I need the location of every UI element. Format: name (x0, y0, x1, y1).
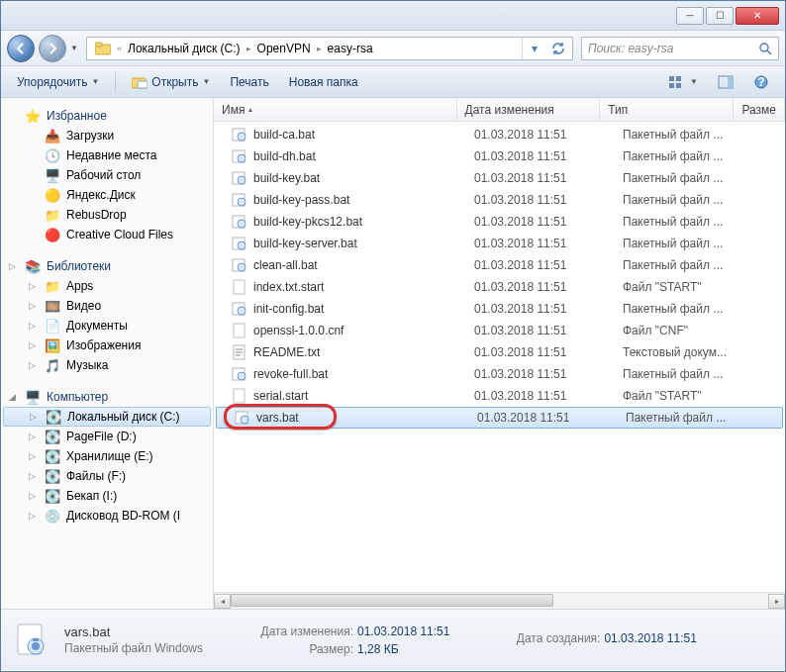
item-icon: 🎞️ (45, 298, 60, 314)
file-list[interactable]: build-ca.bat01.03.2018 11:51Пакетный фай… (214, 122, 785, 592)
file-row[interactable]: openssl-1.0.0.cnf01.03.2018 11:51Файл "C… (214, 320, 785, 341)
column-size[interactable]: Разме (734, 98, 785, 121)
file-icon (232, 344, 247, 360)
drive-icon: 💽 (45, 429, 60, 444)
svg-point-21 (238, 198, 246, 206)
file-icon (232, 236, 247, 251)
svg-point-37 (238, 372, 246, 380)
sidebar-favorite-item[interactable]: 🔴Creative Cloud Files (1, 225, 213, 244)
file-icon (235, 410, 250, 426)
favorites-group[interactable]: ⭐Избранное (1, 106, 213, 126)
computer-group[interactable]: ◢🖥️Компьютер (1, 387, 213, 407)
sidebar-drive-item[interactable]: ▷💽PageFile (D:) (1, 427, 213, 446)
address-bar[interactable]: « Локальный диск (C:) ▸ OpenVPN ▸ easy-r… (86, 37, 573, 60)
file-row[interactable]: index.txt.start01.03.2018 11:51Файл "STA… (214, 276, 785, 298)
breadcrumb-seg-2[interactable]: OpenVPN (251, 38, 317, 59)
organize-button[interactable]: Упорядочить ▼ (9, 69, 107, 95)
file-icon (232, 257, 247, 273)
svg-rect-28 (234, 280, 245, 294)
sidebar-favorite-item[interactable]: 🖥️Рабочий стол (1, 165, 213, 185)
scroll-left-button[interactable]: ◂ (214, 594, 231, 609)
details-pane: vars.bat Пакетный файл Windows Дата изме… (1, 609, 785, 670)
new-folder-button[interactable]: Новая папка (281, 69, 366, 95)
open-icon (132, 75, 147, 89)
navigation-pane[interactable]: ⭐Избранное 📥Загрузки🕓Недавние места🖥️Раб… (1, 98, 214, 609)
file-row[interactable]: build-key-pass.bat01.03.2018 11:51Пакетн… (214, 189, 785, 211)
svg-point-15 (238, 133, 246, 141)
svg-point-25 (238, 241, 246, 249)
file-row[interactable]: build-key.bat01.03.2018 11:51Пакетный фа… (214, 167, 785, 189)
scroll-right-button[interactable]: ▸ (768, 594, 785, 609)
sidebar-library-item[interactable]: ▷📄Документы (1, 316, 213, 336)
sidebar-favorite-item[interactable]: 🟡Яндекс.Диск (1, 185, 213, 205)
print-button[interactable]: Печать (222, 69, 276, 95)
titlebar[interactable]: ─ ☐ ✕ (1, 1, 785, 31)
svg-point-30 (238, 307, 246, 315)
breadcrumb-seg-1[interactable]: Локальный диск (C:) (122, 38, 246, 59)
refresh-button[interactable] (546, 38, 570, 59)
folder-icon (95, 42, 111, 55)
sidebar-drive-item[interactable]: ▷💽Бекап (I:) (1, 486, 213, 506)
drive-icon: 💽 (45, 448, 60, 464)
scroll-thumb[interactable] (231, 594, 553, 607)
sidebar-library-item[interactable]: ▷📁Apps (1, 276, 213, 296)
file-row[interactable]: build-ca.bat01.03.2018 11:51Пакетный фай… (214, 124, 785, 145)
nav-forward-button[interactable] (39, 35, 66, 62)
view-options-button[interactable]: ▼ (660, 69, 706, 95)
file-icon (232, 388, 247, 404)
file-list-pane: Имя▴ Дата изменения Тип Разме build-ca.b… (214, 98, 785, 609)
sidebar-favorite-item[interactable]: 📁RebusDrop (1, 205, 213, 225)
sidebar-drive-item[interactable]: ▷💽Хранилище (E:) (1, 446, 213, 466)
item-icon: 🖥️ (45, 167, 60, 183)
file-row[interactable]: clean-all.bat01.03.2018 11:51Пакетный фа… (214, 254, 785, 276)
sidebar-library-item[interactable]: ▷🖼️Изображения (1, 336, 213, 355)
svg-rect-9 (676, 83, 681, 88)
nav-history-dropdown[interactable]: ▼ (70, 44, 82, 52)
svg-rect-38 (234, 389, 245, 403)
file-row[interactable]: vars.bat01.03.2018 11:51Пакетный файл ..… (216, 407, 783, 429)
maximize-button[interactable]: ☐ (706, 7, 734, 25)
open-button[interactable]: Открыть ▼ (124, 69, 218, 95)
file-row[interactable]: build-key-pkcs12.bat01.03.2018 11:51Паке… (214, 211, 785, 233)
sidebar-drive-item[interactable]: ▷💽Локальный диск (C:) (3, 407, 211, 427)
status-filetype: Пакетный файл Windows (64, 641, 203, 655)
sidebar-drive-item[interactable]: ▷💽Файлы (F:) (1, 466, 213, 486)
search-icon (758, 42, 772, 55)
file-row[interactable]: serial.start01.03.2018 11:51Файл "START" (214, 385, 785, 407)
minimize-button[interactable]: ─ (676, 7, 704, 25)
sidebar-library-item[interactable]: ▷🎵Музыка (1, 355, 213, 375)
nav-back-button[interactable] (7, 35, 35, 62)
svg-point-27 (238, 263, 246, 271)
sidebar-favorite-item[interactable]: 🕓Недавние места (1, 145, 213, 165)
help-button[interactable]: ? (745, 69, 777, 95)
star-icon: ⭐ (25, 108, 41, 124)
preview-pane-button[interactable] (710, 69, 741, 95)
item-icon: 📥 (45, 128, 60, 144)
column-type[interactable]: Тип (600, 98, 734, 121)
file-row[interactable]: README.txt01.03.2018 11:51Текстовый доку… (214, 341, 785, 363)
libraries-group[interactable]: ▷📚Библиотеки (1, 256, 213, 276)
column-date[interactable]: Дата изменения (457, 98, 601, 121)
svg-point-23 (238, 220, 246, 228)
file-icon (232, 279, 247, 295)
svg-rect-1 (95, 43, 102, 47)
item-icon: 📄 (45, 318, 60, 334)
search-input[interactable]: Поиск: easy-rsa (581, 37, 779, 60)
svg-rect-11 (728, 76, 733, 88)
item-icon: 🖼️ (45, 337, 60, 353)
horizontal-scrollbar[interactable]: ◂ ▸ (214, 592, 785, 609)
file-row[interactable]: build-key-server.bat01.03.2018 11:51Паке… (214, 233, 785, 254)
file-row[interactable]: build-dh.bat01.03.2018 11:51Пакетный фай… (214, 145, 785, 167)
column-name[interactable]: Имя▴ (214, 98, 457, 121)
file-row[interactable]: revoke-full.bat01.03.2018 11:51Пакетный … (214, 363, 785, 385)
file-row[interactable]: init-config.bat01.03.2018 11:51Пакетный … (214, 298, 785, 320)
drive-icon: 💽 (46, 409, 61, 425)
sidebar-library-item[interactable]: ▷🎞️Видео (1, 296, 213, 316)
file-icon (232, 127, 247, 143)
address-dropdown-button[interactable]: ▾ (523, 38, 546, 59)
close-button[interactable]: ✕ (736, 7, 779, 25)
sidebar-drive-item[interactable]: ▷💿Дисковод BD-ROM (I (1, 506, 213, 526)
sidebar-favorite-item[interactable]: 📥Загрузки (1, 126, 213, 145)
toolbar: Упорядочить ▼ Открыть ▼ Печать Новая пап… (1, 66, 785, 98)
breadcrumb-seg-3[interactable]: easy-rsa (322, 38, 379, 59)
